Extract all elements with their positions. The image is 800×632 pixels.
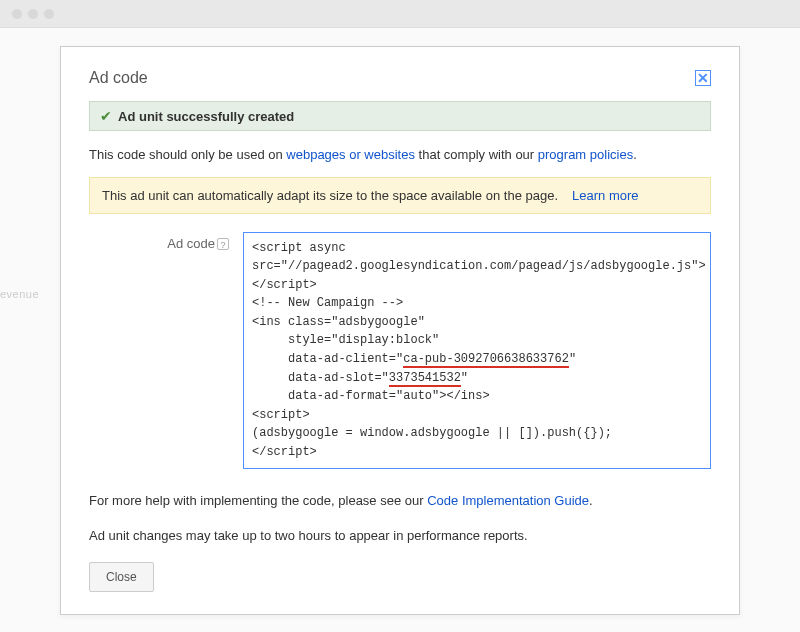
code-line: data-ad-client=" xyxy=(252,352,403,366)
window-body: evenue Ad code ✕ ✔ Ad unit successfully … xyxy=(0,28,800,632)
code-line: <ins class="adsbygoogle" xyxy=(252,315,425,329)
code-line: " xyxy=(569,352,576,366)
help-pre: For more help with implementing the code… xyxy=(89,493,427,508)
modal-header: Ad code ✕ xyxy=(89,69,711,87)
adaptive-banner: This ad unit can automatically adapt its… xyxy=(89,177,711,214)
traffic-dot xyxy=(28,9,38,19)
modal-title: Ad code xyxy=(89,69,148,87)
policies-link[interactable]: program policies xyxy=(538,147,633,162)
code-line: data-ad-slot=" xyxy=(252,371,389,385)
close-icon[interactable]: ✕ xyxy=(695,70,711,86)
code-line: <script async xyxy=(252,241,346,255)
help-icon[interactable]: ? xyxy=(217,238,229,250)
code-line: style="display:block" xyxy=(252,333,439,347)
success-text: Ad unit successfully created xyxy=(118,109,294,124)
code-line: <script> xyxy=(252,408,310,422)
ad-client-value: ca-pub-3092706638633762 xyxy=(403,352,569,368)
code-label-text: Ad code xyxy=(167,236,215,251)
webpages-link[interactable]: webpages or websites xyxy=(286,147,415,162)
learn-more-link[interactable]: Learn more xyxy=(572,188,638,203)
code-guide-link[interactable]: Code Implementation Guide xyxy=(427,493,589,508)
traffic-dot xyxy=(44,9,54,19)
code-line: </script> xyxy=(252,278,317,292)
delay-note: Ad unit changes may take up to two hours… xyxy=(89,526,711,546)
code-line: data-ad-format="auto"></ins> xyxy=(252,389,490,403)
ad-slot-value: 3373541532 xyxy=(389,371,461,387)
info-pre: This code should only be used on xyxy=(89,147,286,162)
success-banner: ✔ Ad unit successfully created xyxy=(89,101,711,131)
code-row: Ad code? <script async src="//pagead2.go… xyxy=(89,232,711,469)
code-label: Ad code? xyxy=(89,232,229,469)
ad-code-modal: Ad code ✕ ✔ Ad unit successfully created… xyxy=(60,46,740,615)
info-text: This code should only be used on webpage… xyxy=(89,145,711,165)
check-icon: ✔ xyxy=(100,108,112,124)
code-line: (adsbygoogle = window.adsbygoogle || [])… xyxy=(252,426,612,440)
traffic-dot xyxy=(12,9,22,19)
adaptive-text: This ad unit can automatically adapt its… xyxy=(102,188,558,203)
ad-code-textarea[interactable]: <script async src="//pagead2.googlesyndi… xyxy=(243,232,711,469)
code-line: src="//pagead2.googlesyndication.com/pag… xyxy=(252,259,706,273)
help-text: For more help with implementing the code… xyxy=(89,491,711,511)
help-post: . xyxy=(589,493,593,508)
code-line: </script> xyxy=(252,445,317,459)
browser-chrome xyxy=(0,0,800,28)
close-button[interactable]: Close xyxy=(89,562,154,592)
code-line: " xyxy=(461,371,468,385)
info-mid: that comply with our xyxy=(415,147,538,162)
info-post: . xyxy=(633,147,637,162)
code-line: <!-- New Campaign --> xyxy=(252,296,403,310)
background-text: evenue xyxy=(0,288,39,300)
